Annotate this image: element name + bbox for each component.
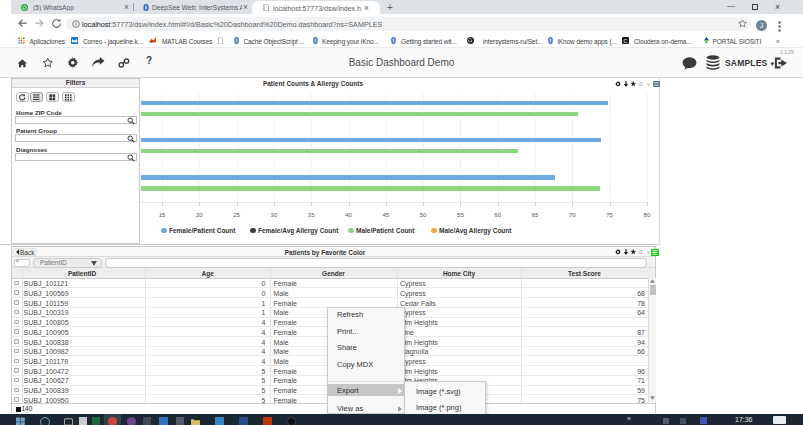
svg-text:C: C xyxy=(623,38,627,44)
